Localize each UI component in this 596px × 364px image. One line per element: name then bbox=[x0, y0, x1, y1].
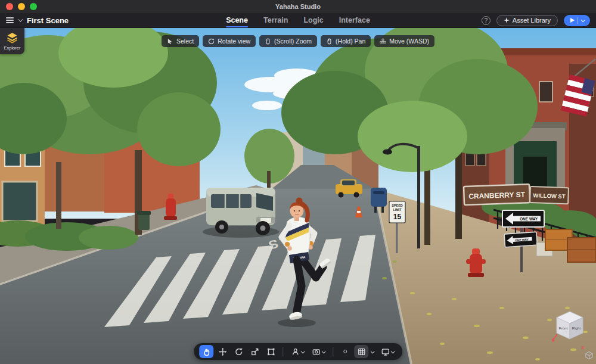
trash-bin[interactable] bbox=[136, 211, 151, 230]
scene-name: First Scene bbox=[27, 16, 69, 25]
rotate-view-label: Rotate view bbox=[218, 38, 250, 45]
explorer-panel-button[interactable]: Explorer bbox=[0, 28, 24, 54]
wasd-keys-icon bbox=[380, 38, 386, 45]
viewport-toolbar: Select Rotate view (Scroll) Zoom (Hold) … bbox=[162, 35, 434, 47]
scale-icon bbox=[250, 347, 259, 356]
select-label: Select bbox=[176, 38, 194, 45]
mouse-hold-icon bbox=[326, 38, 333, 45]
gizmo-front-label: Front bbox=[559, 326, 568, 330]
gizmo-x-axis bbox=[553, 334, 557, 340]
tab-interface[interactable]: Interface bbox=[339, 16, 370, 24]
scroll-zoom-label: (Scroll) Zoom bbox=[274, 38, 312, 45]
one-way-1-text: ONE WAY bbox=[520, 217, 538, 221]
asset-library-label: Asset Library bbox=[513, 17, 551, 24]
snap-dot-button[interactable] bbox=[338, 345, 352, 358]
rotate-tool-button[interactable] bbox=[231, 345, 246, 358]
help-button[interactable]: ? bbox=[482, 16, 491, 25]
traffic-lights bbox=[6, 3, 37, 10]
toolbar-separator bbox=[333, 347, 333, 356]
display-mode-button[interactable] bbox=[378, 345, 397, 358]
scroll-zoom-pill[interactable]: (Scroll) Zoom bbox=[259, 35, 317, 47]
avatar-icon bbox=[291, 347, 300, 356]
gizmo-x-axis-label: x bbox=[581, 344, 585, 350]
cube-icon bbox=[585, 351, 594, 360]
titlebar: Yahaha Studio bbox=[0, 0, 596, 13]
play-button[interactable] bbox=[564, 15, 590, 26]
one-way-sign-2[interactable]: ONE WAY bbox=[504, 232, 537, 247]
street-sign-2-text: WILLOW ST bbox=[533, 192, 566, 200]
gizmo-right-label: Right bbox=[572, 326, 581, 330]
speed-sign-line1: SPEED bbox=[392, 204, 403, 207]
hold-pan-label: (Hold) Pan bbox=[336, 38, 365, 45]
mode-tabs: Scene Terrain Logic Interface bbox=[226, 13, 370, 28]
mouse-scroll-icon bbox=[265, 38, 271, 45]
scene-menu-chevron-icon[interactable] bbox=[18, 17, 23, 21]
divider bbox=[578, 17, 578, 24]
tab-scene[interactable]: Scene bbox=[226, 16, 248, 24]
minimize-window-button[interactable] bbox=[18, 3, 25, 10]
toolbar-separator bbox=[283, 347, 283, 356]
rotate-view-pill[interactable]: Rotate view bbox=[203, 35, 256, 47]
move-wasd-pill[interactable]: Move (WASD) bbox=[374, 35, 434, 47]
chevron-down-icon[interactable] bbox=[371, 349, 374, 353]
asset-library-button[interactable]: Asset Library bbox=[496, 15, 558, 26]
display-icon bbox=[381, 347, 390, 356]
select-tool-pill[interactable]: Select bbox=[162, 35, 199, 47]
speed-sign-line2: LIMIT bbox=[393, 208, 402, 211]
explorer-label: Explorer bbox=[4, 45, 21, 51]
van[interactable] bbox=[203, 188, 279, 238]
street-sign-willow[interactable]: WILLOW ST bbox=[530, 186, 569, 204]
pan-tool-button[interactable] bbox=[199, 345, 213, 358]
chevron-down-icon bbox=[391, 349, 395, 353]
rotate-tool-icon bbox=[234, 347, 243, 356]
hold-pan-pill[interactable]: (Hold) Pan bbox=[321, 35, 371, 47]
chevron-down-icon bbox=[322, 349, 325, 353]
close-window-button[interactable] bbox=[6, 3, 13, 10]
layers-icon bbox=[7, 32, 18, 43]
frame-dropdown-button[interactable] bbox=[309, 345, 328, 358]
camera-frame-icon bbox=[312, 347, 321, 356]
street-sign-cranberry[interactable]: CRANBERRY ST bbox=[464, 184, 530, 205]
bottom-toolbar bbox=[194, 343, 402, 360]
move-wasd-label: Move (WASD) bbox=[389, 38, 429, 45]
one-way-sign-1[interactable]: ONE WAY bbox=[502, 210, 544, 227]
avatar-dropdown-button[interactable] bbox=[288, 345, 307, 358]
snap-dot-icon bbox=[343, 350, 347, 353]
play-options-chevron-icon[interactable] bbox=[581, 18, 585, 22]
chevron-down-icon bbox=[301, 349, 305, 353]
grid-icon bbox=[357, 347, 366, 356]
tab-logic[interactable]: Logic bbox=[303, 16, 323, 24]
window-title: Yahaha Studio bbox=[0, 3, 596, 10]
menubar: First Scene Scene Terrain Logic Interfac… bbox=[0, 13, 596, 28]
orientation-gizmo[interactable]: Front Right x bbox=[552, 308, 589, 353]
rect-transform-tool-button[interactable] bbox=[263, 345, 278, 358]
move-tool-button[interactable] bbox=[215, 345, 229, 358]
move-icon bbox=[218, 347, 227, 356]
play-icon bbox=[570, 18, 575, 23]
scene-render[interactable]: STOP bbox=[0, 28, 596, 364]
hand-icon bbox=[202, 347, 211, 356]
wristband bbox=[285, 242, 290, 247]
main-menu-icon[interactable] bbox=[6, 17, 14, 23]
speed-sign-line3: 15 bbox=[393, 213, 402, 221]
yahaha-studio-window: Yahaha Studio First Scene Scene Terrain … bbox=[0, 0, 596, 364]
scene-viewport[interactable]: STOP bbox=[0, 28, 596, 364]
zoom-window-button[interactable] bbox=[30, 3, 37, 10]
tab-terrain[interactable]: Terrain bbox=[263, 16, 288, 24]
rect-transform-icon bbox=[266, 347, 275, 356]
sparkle-icon bbox=[504, 17, 510, 23]
grid-snapping-button[interactable] bbox=[354, 345, 368, 358]
viewcube-toggle-button[interactable] bbox=[585, 351, 594, 362]
cursor-icon bbox=[167, 38, 173, 45]
scale-tool-button[interactable] bbox=[247, 345, 262, 358]
rotate-icon bbox=[208, 38, 215, 45]
